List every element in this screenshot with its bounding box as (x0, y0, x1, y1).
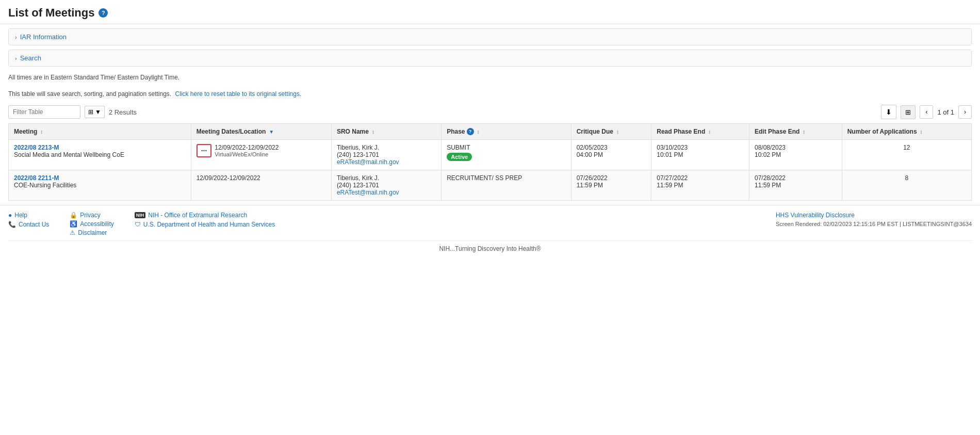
col-dates[interactable]: Meeting Dates/Location▼ (191, 124, 331, 140)
meeting-id-0[interactable]: 2022/08 2213-M (14, 144, 186, 151)
hhs-icon: 🛡 (135, 221, 141, 228)
cell-applications-0: 12 (842, 140, 971, 170)
cell-edit-phase-1: 07/28/2022 11:59 PM (749, 170, 842, 201)
edit-date-0: 08/08/2023 (755, 144, 837, 151)
download-button[interactable]: ⬇ (881, 105, 896, 119)
cell-dates-0: ··· 12/09/2022-12/09/2022 Virtual/WebEx/… (191, 140, 331, 170)
meeting-dates-1: 12/09/2022-12/09/2022 (197, 174, 260, 182)
active-badge-0: Active (447, 153, 472, 161)
sort-sro-icon: ↕ (372, 129, 374, 135)
footer-tagline: NIH...Turning Discovery Into Health® (8, 240, 972, 256)
next-page-button[interactable]: › (958, 105, 972, 119)
applications-count-1: 8 (905, 174, 908, 182)
download-icon: ⬇ (886, 108, 892, 116)
table-row: 2022/08 2213-M Social Media and Mental W… (9, 140, 972, 170)
cell-read-phase-0: 03/10/2023 10:01 PM (651, 140, 749, 170)
col-critique-due[interactable]: Critique Due↕ (571, 124, 651, 140)
table-controls: ⊞ ▼ 2 Results ⬇ ⊞ ‹ 1 of 1 › (0, 101, 980, 123)
iar-chevron-icon: › (15, 34, 17, 40)
col-sro[interactable]: SRO Name↕ (331, 124, 441, 140)
contact-us-link[interactable]: 📞 Contact Us (8, 221, 49, 228)
cell-applications-1: 8 (842, 170, 971, 201)
meeting-dates-0: 12/09/2022-12/09/2022 (215, 144, 279, 151)
hhs-link[interactable]: 🛡 U.S. Department of Health and Human Se… (135, 221, 275, 228)
timezone-note: All times are in Eastern Standard Time/ … (0, 71, 980, 84)
row-actions-button-0[interactable]: ··· (197, 144, 212, 157)
sro-name-1: Tiberius, Kirk J. (337, 174, 436, 182)
filter-table-input[interactable] (8, 105, 80, 119)
phase-value-1: RECRUITMENT/ SS PREP (447, 174, 565, 182)
read-date-0: 03/10/2023 (657, 144, 744, 151)
columns-button[interactable]: ⊞ ▼ (85, 106, 105, 118)
privacy-icon: 🔒 (70, 212, 77, 219)
reset-table-link[interactable]: Click here to reset table to its origina… (175, 90, 302, 98)
cell-sro-0: Tiberius, Kirk J. (240) 123-1701 eRATest… (331, 140, 441, 170)
col-phase[interactable]: Phase?↕ (442, 124, 571, 140)
sro-email-1[interactable]: eRATest@mail.nih.gov (337, 189, 399, 196)
sort-phase-icon: ↕ (477, 129, 480, 135)
critique-date-0: 02/05/2023 (577, 144, 646, 151)
meetings-table: Meeting↕ Meeting Dates/Location▼ SRO Nam… (8, 123, 972, 201)
cell-dates-1: 12/09/2022-12/09/2022 (191, 170, 331, 201)
phase-help-icon[interactable]: ? (467, 128, 474, 135)
critique-time-0: 04:00 PM (577, 151, 646, 158)
search-chevron-icon: › (15, 55, 17, 61)
nih-link[interactable]: NIH NIH - Office of Extramural Research (135, 212, 275, 219)
hhs-disclosure-link[interactable]: HHS Vulnerability Disclosure (776, 212, 972, 219)
footer-right: HHS Vulnerability Disclosure Screen Rend… (776, 212, 972, 227)
sro-phone-1: (240) 123-1701 (337, 182, 436, 189)
columns-dropdown-icon: ▼ (95, 108, 101, 116)
table-wrapper: Meeting↕ Meeting Dates/Location▼ SRO Nam… (0, 123, 980, 201)
search-section: › Search (8, 50, 972, 67)
disclaimer-link[interactable]: ⚠ Disclaimer (70, 229, 113, 236)
table-note: This table will save search, sorting, an… (0, 87, 980, 101)
table-controls-right: ⬇ ⊞ ‹ 1 of 1 › (881, 105, 972, 119)
page-header: List of Meetings ? (0, 0, 980, 24)
col-read-phase[interactable]: Read Phase End↕ (651, 124, 749, 140)
page-title: List of Meetings ? (8, 6, 972, 20)
footer-privacy-links: 🔒 Privacy ♿ Accessibility ⚠ Disclaimer (70, 212, 113, 236)
iar-section-toggle[interactable]: › IAR Information (9, 29, 971, 45)
table-controls-left: ⊞ ▼ 2 Results (8, 105, 137, 119)
search-section-toggle[interactable]: › Search (9, 50, 971, 66)
applications-count-0: 12 (903, 144, 910, 151)
footer-main: ● Help 📞 Contact Us 🔒 Privacy ♿ Accessib… (8, 212, 972, 236)
prev-page-button[interactable]: ‹ (920, 105, 933, 119)
cell-critique-0: 02/05/2023 04:00 PM (571, 140, 651, 170)
sort-edit-icon: ↕ (803, 129, 805, 135)
read-date-1: 07/27/2022 (657, 174, 744, 182)
nih-logo: NIH (135, 212, 146, 218)
sro-email-0[interactable]: eRATest@mail.nih.gov (337, 158, 399, 166)
phone-icon: 📞 (8, 221, 16, 228)
footer-nav-links: ● Help 📞 Contact Us (8, 212, 49, 228)
cell-meeting-0: 2022/08 2213-M Social Media and Mental W… (9, 140, 191, 170)
title-help-icon[interactable]: ? (99, 8, 108, 18)
screen-rendered-text: Screen Rendered: 02/02/2023 12:15:16 PM … (776, 221, 972, 227)
cell-meeting-1: 2022/08 2211-M COE-Nursing Facilities (9, 170, 191, 201)
cell-read-phase-1: 07/27/2022 11:59 PM (651, 170, 749, 201)
critique-date-1: 07/26/2022 (577, 174, 646, 182)
accessibility-link[interactable]: ♿ Accessibility (70, 220, 113, 228)
page-info: 1 of 1 (935, 108, 956, 116)
cell-phase-0: SUBMIT Active (442, 140, 571, 170)
grid-view-button[interactable]: ⊞ (901, 105, 916, 119)
sort-read-icon: ↕ (708, 129, 711, 135)
results-count: 2 Results (109, 108, 137, 116)
privacy-link[interactable]: 🔒 Privacy (70, 212, 113, 219)
footer: ● Help 📞 Contact Us 🔒 Privacy ♿ Accessib… (0, 205, 980, 263)
read-time-1: 11:59 PM (657, 182, 744, 189)
col-meeting[interactable]: Meeting↕ (9, 124, 191, 140)
col-applications[interactable]: Number of Applications↕ (842, 124, 971, 140)
meeting-name-0: Social Media and Mental Wellbeing CoE (14, 151, 186, 158)
meeting-id-1[interactable]: 2022/08 2211-M (14, 174, 186, 182)
cell-edit-phase-0: 08/08/2023 10:02 PM (749, 140, 842, 170)
sort-dates-icon: ▼ (269, 129, 274, 135)
phase-value-0: SUBMIT (447, 144, 565, 151)
sort-apps-icon: ↕ (920, 129, 923, 135)
title-text: List of Meetings (8, 6, 94, 20)
iar-section: › IAR Information (8, 28, 972, 45)
col-edit-phase[interactable]: Edit Phase End↕ (749, 124, 842, 140)
read-time-0: 10:01 PM (657, 151, 744, 158)
help-link[interactable]: ● Help (8, 212, 49, 219)
cell-sro-1: Tiberius, Kirk J. (240) 123-1701 eRATest… (331, 170, 441, 201)
